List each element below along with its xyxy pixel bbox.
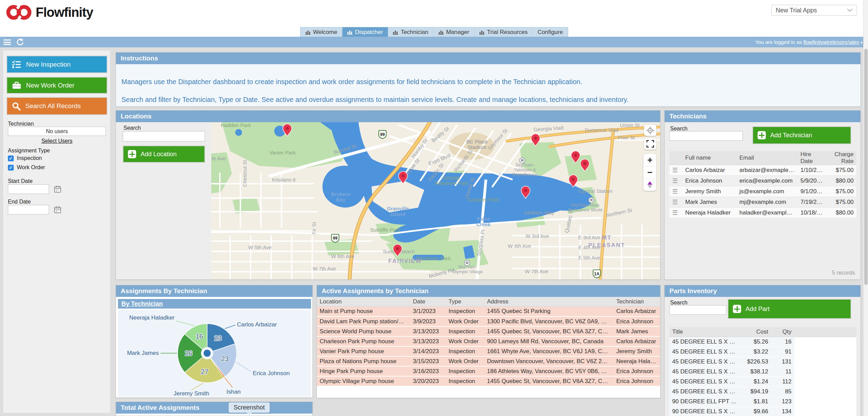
table-cell: 131 (771, 357, 794, 367)
parts-search-input[interactable] (669, 305, 726, 315)
tab-label: Manager (446, 29, 469, 36)
calendar-icon[interactable] (54, 206, 61, 215)
zoom-in-button[interactable]: + (643, 154, 656, 166)
row-menu-icon[interactable]: ☰ (672, 177, 678, 184)
checkbox-inspection[interactable]: ✓Inspection (8, 155, 42, 161)
add-part-button[interactable]: Add Part (728, 299, 851, 319)
table-row[interactable]: Science World Pump house3/13/2023Inspect… (317, 326, 660, 336)
table-row[interactable]: 90 DEGREE ELL FPT X …$1.81123 (669, 396, 856, 406)
table-row[interactable]: Main st Pump house3/1/2023Inspection1455… (317, 307, 660, 316)
tab-trial-resources[interactable]: Trial Resources (474, 27, 533, 37)
pie-value-label: 23 (214, 334, 222, 342)
refresh-icon[interactable] (16, 38, 24, 47)
map-label: Bay (336, 197, 346, 203)
checkbox[interactable]: ✓ (8, 165, 14, 171)
new-inspection-button[interactable]: New Inspection (7, 56, 107, 73)
start-date-input[interactable] (8, 184, 49, 194)
by-technician-link[interactable]: By Technician (121, 300, 163, 307)
column-header[interactable]: Cost (741, 327, 771, 337)
column-header[interactable] (794, 327, 856, 337)
column-header[interactable]: Address (484, 297, 614, 307)
map-label: W 7th Ave (313, 266, 336, 271)
row-menu-icon[interactable]: ☰ (672, 167, 678, 174)
tab-manager[interactable]: Manager (433, 27, 474, 37)
select-users-link[interactable]: Select Users (3, 138, 111, 144)
table-row[interactable]: ☰Mark Jamesmj@example.com7/19/2017$75.00 (669, 197, 856, 208)
table-cell: Inspection (446, 366, 484, 376)
checkbox[interactable]: ✓ (8, 155, 14, 161)
table-row[interactable]: Vanier Park Pump house3/14/2023Inspectio… (317, 346, 660, 356)
table-row[interactable]: Plaza of Nations Pump house3/15/2023Work… (317, 356, 660, 366)
calendar-icon[interactable] (54, 185, 61, 194)
column-header[interactable]: Charge Rate (825, 151, 856, 165)
table-row[interactable]: ☰Neeraja Haladkerhaladker@example.com10/… (669, 208, 856, 218)
column-header[interactable]: Full name (682, 151, 737, 165)
table-row[interactable]: David Lam Park Pump station/Fountain3/9/… (317, 316, 660, 326)
table-row[interactable]: 90 DEGREE ELL S X FP…$9.66134 (669, 406, 856, 416)
table-row[interactable]: ☰Jeremy Smithjs@example.com9/1/2015$75.0… (669, 186, 856, 197)
tab-dispatcher[interactable]: Dispatcher (342, 27, 388, 37)
table-row[interactable]: 45 DEGREE ELL S X S - …$38.1211 (669, 367, 856, 377)
map-label: Vanier Park (269, 150, 296, 155)
search-all-records-button[interactable]: Search All Records (7, 97, 107, 115)
screenshot-tooltip[interactable]: Screenshot (228, 402, 270, 413)
add-location-button[interactable]: Add Location (123, 146, 205, 163)
map-label: MT (602, 235, 611, 241)
username-link[interactable]: flowfinitywirelessinc\alex (803, 39, 859, 45)
technicians-search-input[interactable] (669, 131, 743, 141)
row-menu-icon[interactable]: ☰ (672, 209, 678, 216)
row-menu-icon[interactable]: ☰ (672, 188, 678, 195)
tab-welcome[interactable]: Welcome (300, 27, 343, 37)
bar-chart-icon (479, 30, 485, 35)
row-menu-icon[interactable]: ☰ (672, 199, 678, 206)
pie-label: Ishan (226, 389, 241, 395)
assignments-pie-chart[interactable]: Carlos ArbaizarErica JohnsonIshanJeremy … (118, 310, 311, 397)
table-row[interactable]: ☰Carlos Arbaizararbaizar@exmaple.com1/10… (669, 165, 856, 176)
page-scrollbar[interactable] (863, 0, 868, 416)
column-header[interactable]: Technician (614, 297, 660, 307)
pie-label: Mark James (127, 350, 159, 356)
scrollbar-thumb[interactable] (864, 49, 868, 285)
map-label: George (443, 175, 460, 181)
table-cell: Plaza of Nations Pump house (317, 356, 410, 366)
column-header[interactable] (669, 151, 682, 165)
table-row[interactable]: Hinge Park Pump house3/16/2023Inspection… (317, 366, 660, 376)
table-row[interactable]: 45 DEGREE ELL S X S - …$226.53131 (669, 357, 856, 367)
new-work-order-button[interactable]: New Work Order (7, 77, 107, 94)
zoom-out-button[interactable]: − (643, 166, 656, 178)
table-row[interactable]: 45 DEGREE ELL S X S - …$94.1985 (669, 386, 856, 396)
tab-configure[interactable]: Configure (533, 27, 568, 37)
user-menu-caret-icon[interactable]: ▾ (860, 40, 863, 45)
add-technician-button[interactable]: Add Technician (752, 126, 851, 144)
screenshot-tooltip-label: Screenshot (234, 404, 265, 411)
column-header[interactable]: Date (410, 297, 446, 307)
column-header[interactable]: Hire Date (798, 151, 825, 165)
pie-label: Carlos Arbaizar (237, 321, 277, 328)
apps-dropdown[interactable]: New Trial Apps (771, 5, 857, 16)
tab-technician[interactable]: Technician (388, 27, 433, 37)
locate-button[interactable] (644, 125, 656, 136)
table-row[interactable]: 45 DEGREE ELL S X S - …$3.2291 (669, 347, 856, 357)
table-cell: 45 DEGREE ELL S X S - … (669, 386, 741, 396)
instructions-paragraph: Search and filter by Technician, Type or… (121, 96, 629, 104)
pie-value-label: 16 (195, 333, 203, 340)
menu-icon[interactable] (3, 39, 11, 45)
table-row[interactable]: 45 DEGREE ELL S X S - …$1.24112 (669, 377, 856, 386)
map-label: W 5th Ave (248, 244, 272, 250)
fullscreen-button[interactable] (644, 138, 656, 150)
end-date-input[interactable] (8, 205, 49, 215)
table-row[interactable]: Charleson Park Pump house3/13/2023Work O… (317, 336, 660, 346)
locations-map[interactable]: Hadden ParkVanier Parkte AveChestnut StK… (211, 122, 660, 279)
table-row[interactable]: 45 DEGREE ELL S X S - …$5.2616 (669, 337, 856, 347)
column-header[interactable]: Qty (771, 327, 794, 337)
table-row[interactable]: ☰Erica Johnsonerica@example.com5/9/2022$… (669, 176, 856, 186)
column-header[interactable]: Type (446, 297, 484, 307)
tilt-button[interactable] (643, 178, 656, 191)
checkbox-work-order[interactable]: ✓Work Order (8, 164, 45, 171)
column-header[interactable]: Location (317, 297, 410, 307)
column-header[interactable]: Title (669, 327, 741, 337)
locations-search-input[interactable] (123, 131, 205, 141)
column-header[interactable]: Email (737, 151, 798, 165)
table-row[interactable]: Olympic Village Pump house3/20/2023Inspe… (317, 376, 660, 386)
technician-filter-value[interactable]: No users (8, 127, 106, 136)
